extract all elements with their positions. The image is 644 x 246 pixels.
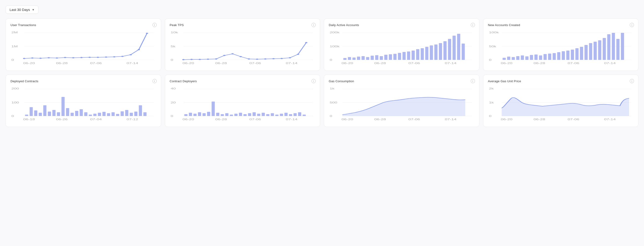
svg-rect-74 (516, 56, 519, 60)
y-label: 0 (489, 115, 491, 117)
y-label: 1M (12, 45, 18, 48)
svg-rect-52 (393, 54, 396, 60)
y-label: 0 (12, 115, 14, 117)
svg-rect-91 (594, 42, 597, 60)
svg-rect-54 (402, 52, 406, 60)
chart-gas-consumption: 1k 500 0 06-20 06-28 07-06 07-14 (329, 85, 474, 122)
svg-rect-143 (239, 113, 242, 116)
x-label: 07-06 (249, 62, 261, 64)
svg-rect-101 (25, 115, 28, 116)
svg-rect-133 (193, 114, 196, 116)
x-label: 07-14 (604, 118, 616, 121)
svg-rect-48 (375, 55, 378, 60)
x-label: 06-28 (374, 62, 386, 64)
x-label: 07-12 (126, 118, 138, 121)
svg-rect-144 (244, 114, 247, 116)
svg-rect-152 (280, 114, 283, 116)
svg-rect-114 (84, 112, 88, 116)
chart-deployed-contracts: 200 100 0 (10, 85, 156, 122)
svg-rect-140 (225, 113, 228, 116)
svg-rect-46 (366, 57, 369, 60)
svg-rect-45 (362, 56, 365, 60)
card-new-accounts-created: New Accounts Created i 100k 50k 0 (483, 18, 639, 71)
x-label: 07-06 (249, 118, 261, 121)
svg-rect-154 (289, 114, 292, 116)
card-title-daily-active-accounts: Daily Active Accounts (329, 23, 474, 27)
svg-point-13 (105, 57, 107, 58)
svg-rect-107 (52, 110, 56, 116)
svg-rect-102 (30, 107, 33, 116)
svg-point-5 (40, 58, 42, 59)
svg-rect-87 (575, 48, 578, 60)
svg-rect-124 (130, 113, 133, 116)
svg-rect-82 (552, 53, 556, 60)
svg-rect-43 (352, 57, 356, 60)
svg-rect-95 (612, 33, 615, 60)
y-label: 100k (330, 45, 340, 48)
svg-point-31 (256, 59, 258, 60)
chart-peak-tps: 10k 5k 0 (170, 29, 316, 66)
date-filter-button[interactable]: Last 30 Days ▼ (6, 5, 38, 14)
y-label: 20 (170, 101, 176, 104)
svg-point-37 (305, 42, 307, 43)
date-filter-label: Last 30 Days (10, 8, 30, 12)
x-label: 07-06 (568, 118, 579, 121)
svg-rect-78 (534, 54, 538, 60)
chart-average-gas-unit-price: 2k 1k 0 06-20 06-28 07-06 07-14 (488, 85, 634, 122)
svg-rect-116 (93, 114, 96, 116)
chart-daily-active-accounts: 200k 100k 0 (329, 29, 474, 66)
card-daily-active-accounts: Daily Active Accounts i 200k 100k 0 (324, 18, 480, 71)
x-label: 07-06 (568, 62, 579, 64)
svg-point-34 (280, 58, 283, 59)
info-icon-new-accounts-created[interactable]: i (630, 23, 634, 27)
svg-rect-59 (425, 47, 428, 60)
svg-rect-84 (562, 51, 565, 60)
svg-rect-62 (439, 43, 442, 60)
svg-point-29 (240, 56, 242, 57)
svg-rect-76 (525, 56, 528, 60)
svg-rect-79 (539, 55, 542, 60)
info-icon-contract-deployers[interactable]: i (312, 79, 316, 83)
svg-rect-113 (80, 109, 83, 116)
svg-rect-61 (434, 44, 438, 60)
svg-rect-94 (607, 34, 610, 60)
x-label: 07-14 (445, 118, 456, 121)
svg-rect-88 (580, 47, 583, 60)
info-icon-user-transactions[interactable]: i (152, 23, 157, 27)
svg-rect-41 (343, 58, 346, 60)
svg-rect-135 (202, 113, 206, 116)
chevron-down-icon: ▼ (32, 8, 35, 11)
y-label: 0 (489, 59, 491, 61)
svg-rect-118 (102, 112, 106, 116)
info-icon-gas-consumption[interactable]: i (471, 79, 475, 83)
svg-rect-47 (371, 56, 374, 60)
svg-rect-97 (621, 33, 624, 60)
svg-rect-42 (348, 57, 351, 60)
svg-rect-153 (284, 113, 288, 116)
info-icon-deployed-contracts[interactable]: i (152, 79, 157, 83)
svg-rect-71 (502, 58, 506, 60)
svg-rect-142 (234, 114, 238, 116)
x-label: 06-20 (342, 62, 353, 64)
svg-rect-125 (134, 112, 138, 116)
svg-point-25 (207, 59, 209, 60)
svg-rect-126 (139, 105, 142, 116)
svg-rect-75 (521, 55, 524, 60)
svg-point-24 (198, 59, 201, 60)
y-label: 0 (330, 59, 332, 61)
svg-rect-105 (43, 105, 47, 116)
svg-rect-50 (384, 55, 388, 60)
svg-point-30 (248, 58, 250, 60)
info-icon-peak-tps[interactable]: i (312, 23, 316, 27)
svg-rect-93 (602, 38, 606, 60)
svg-point-18 (146, 33, 148, 34)
svg-rect-155 (293, 113, 296, 116)
svg-point-35 (289, 57, 291, 58)
svg-point-33 (272, 58, 275, 59)
svg-rect-121 (116, 114, 120, 116)
svg-rect-90 (589, 43, 592, 60)
svg-rect-44 (357, 57, 360, 60)
info-icon-average-gas-unit-price[interactable]: i (630, 79, 634, 83)
info-icon-daily-active-accounts[interactable]: i (471, 23, 475, 27)
svg-rect-83 (557, 52, 560, 60)
